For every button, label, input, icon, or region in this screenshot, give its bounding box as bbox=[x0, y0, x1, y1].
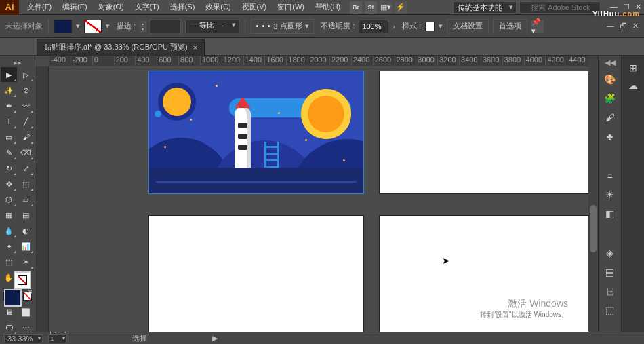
status-triangle-icon[interactable]: ▶ bbox=[212, 334, 218, 343]
vertical-scrollbar[interactable] bbox=[588, 56, 598, 332]
draw-normal-icon[interactable]: 🖥 bbox=[1, 305, 17, 320]
slice-tool[interactable]: ✂ bbox=[18, 254, 34, 269]
no-selection-label: 未选择对象 bbox=[5, 21, 43, 31]
shaper-tool[interactable]: ✎ bbox=[1, 145, 17, 160]
lasso-tool[interactable]: ⊘ bbox=[18, 83, 34, 98]
magic-wand-tool[interactable]: ✨ bbox=[1, 83, 17, 98]
mesh-tool[interactable]: ▦ bbox=[1, 208, 17, 223]
scrollbar-thumb[interactable] bbox=[590, 205, 597, 252]
artwork-space-scene bbox=[149, 71, 363, 193]
perspective-tool[interactable]: ▱ bbox=[18, 192, 34, 207]
rectangle-tool[interactable]: ▭ bbox=[1, 130, 17, 145]
preferences-button[interactable]: 首选项 bbox=[493, 19, 527, 33]
layers-panel-icon[interactable]: ▤ bbox=[605, 267, 614, 278]
transparency-panel-icon[interactable]: ◧ bbox=[605, 208, 614, 219]
artboard-1[interactable] bbox=[149, 71, 363, 193]
paintbrush-tool[interactable]: 🖌 bbox=[18, 130, 34, 145]
pen-tool[interactable]: ✒ bbox=[1, 98, 17, 113]
window-controls: — ☐ ✕ bbox=[603, 3, 641, 12]
brushes-panel-icon[interactable]: 🖌 bbox=[605, 112, 615, 123]
stroke-weight-spinner[interactable]: ▴▾ bbox=[140, 21, 146, 32]
appearance-panel-icon[interactable]: ◈ bbox=[606, 248, 613, 259]
column-graph-tool[interactable]: 📊 bbox=[18, 239, 34, 254]
menu-object[interactable]: 对象(O) bbox=[94, 0, 128, 14]
gpu-icon[interactable]: ⚡ bbox=[395, 1, 407, 14]
opacity-label: 不透明度 : bbox=[321, 21, 355, 31]
document-tab-close[interactable]: × bbox=[193, 43, 197, 52]
symbol-sprayer-tool[interactable]: ✦ bbox=[1, 239, 17, 254]
line-tool[interactable]: ╱ bbox=[18, 114, 34, 129]
dock-expand-icon[interactable]: ◀◀ bbox=[599, 56, 621, 67]
menu-file[interactable]: 文件(F) bbox=[23, 0, 56, 14]
opacity-input[interactable] bbox=[359, 20, 388, 33]
stroke-panel-icon[interactable]: ≡ bbox=[607, 170, 612, 181]
artboard-3[interactable] bbox=[149, 216, 363, 332]
rotate-tool[interactable]: ↻ bbox=[1, 161, 17, 176]
brush-definition[interactable]: 3 点圆形 ▾ bbox=[251, 19, 314, 34]
menu-window[interactable]: 窗口(W) bbox=[273, 0, 308, 14]
artboard-tool[interactable]: ⬚ bbox=[1, 254, 17, 269]
titlebar-restore-icon[interactable]: 🗗 bbox=[620, 22, 627, 31]
variable-width-profile[interactable]: — 等比 — bbox=[185, 20, 239, 33]
titlebar-min-icon[interactable]: — bbox=[607, 22, 614, 31]
stroke-color-swatch[interactable] bbox=[84, 20, 102, 33]
close-button[interactable]: ✕ bbox=[635, 3, 641, 12]
document-setup-button[interactable]: 文档设置 bbox=[447, 19, 489, 33]
gradient-panel-icon[interactable]: ☀ bbox=[605, 189, 614, 200]
menu-help[interactable]: 帮助(H) bbox=[311, 0, 344, 14]
titlebar-close-icon[interactable]: ✕ bbox=[632, 22, 639, 31]
direct-selection-tool[interactable]: ▷ bbox=[18, 67, 34, 82]
workspace-switcher[interactable]: 传统基本功能 bbox=[453, 1, 517, 14]
stroke-weight-input[interactable] bbox=[150, 20, 181, 33]
menu-select[interactable]: 选择(S) bbox=[166, 0, 199, 14]
titlebar: Ai 文件(F) 编辑(E) 对象(O) 文字(T) 选择(S) 效果(C) 视… bbox=[0, 0, 644, 15]
fill-color-swatch[interactable] bbox=[54, 20, 72, 33]
artboard-index-dropdown[interactable]: 1 bbox=[48, 334, 66, 343]
menu-type[interactable]: 文字(T) bbox=[131, 0, 163, 14]
canvas-area[interactable]: -400-20002004006008001000120014001600180… bbox=[35, 56, 588, 332]
search-wrap bbox=[519, 1, 601, 14]
libraries-panel-icon[interactable]: ☁ bbox=[628, 80, 638, 91]
arrange-icon[interactable]: ▦▾ bbox=[380, 1, 392, 14]
menubar: 文件(F) 编辑(E) 对象(O) 文字(T) 选择(S) 效果(C) 视图(V… bbox=[19, 0, 344, 14]
ruler-horizontal[interactable]: -400-20002004006008001000120014001600180… bbox=[49, 56, 588, 66]
options-bar: 未选择对象 ▾ ▾ 描边 : ▴▾ — 等比 — 3 点圆形 ▾ 不透明度 : … bbox=[0, 15, 644, 38]
blend-tool[interactable]: ◐ bbox=[18, 223, 34, 238]
eyedropper-tool[interactable]: 💧 bbox=[1, 223, 17, 238]
curvature-tool[interactable]: 〰 bbox=[18, 98, 34, 113]
search-input[interactable] bbox=[519, 1, 601, 14]
minimize-button[interactable]: — bbox=[610, 3, 618, 12]
eraser-tool[interactable]: ⌫ bbox=[18, 145, 34, 160]
tools-handle[interactable]: ▸▸ bbox=[0, 58, 35, 67]
free-transform-tool[interactable]: ⬚ bbox=[18, 176, 34, 191]
menu-view[interactable]: 视图(V) bbox=[238, 0, 271, 14]
stroke-swatch[interactable] bbox=[14, 271, 31, 289]
document-tab[interactable]: 贴贴眼排序.ai* @ 33.33% (RGB/GPU 预览) × bbox=[37, 39, 205, 55]
scale-tool[interactable]: ⤢ bbox=[18, 161, 34, 176]
selection-tool[interactable]: ▶ bbox=[1, 67, 17, 82]
swatches-panel-icon[interactable]: 🧩 bbox=[604, 93, 616, 104]
menu-effect[interactable]: 效果(C) bbox=[201, 0, 235, 14]
app-logo: Ai bbox=[0, 0, 19, 15]
symbols-panel-icon[interactable]: ♣ bbox=[607, 131, 613, 142]
maximize-button[interactable]: ☐ bbox=[623, 3, 630, 12]
zoom-level-dropdown[interactable]: 33.33% bbox=[4, 334, 43, 343]
artboard-2[interactable] bbox=[380, 71, 588, 193]
right-dock-collapsed[interactable]: ◀◀ 🎨 🧩 🖌 ♣ ≡ ☀ ◧ ◈ ▤ ⍈ ⬚ bbox=[598, 56, 621, 332]
draw-behind-icon[interactable]: ⬜ bbox=[18, 305, 34, 320]
width-tool[interactable]: ✥ bbox=[1, 176, 17, 191]
shape-builder-tool[interactable]: ⬡ bbox=[1, 192, 17, 207]
type-tool[interactable]: T bbox=[1, 114, 17, 129]
graphic-style-swatch[interactable] bbox=[425, 22, 435, 31]
stock-icon[interactable]: St bbox=[365, 1, 377, 14]
right-dock-cclibs[interactable]: ⊞ ☁ bbox=[621, 56, 644, 332]
artboards-panel-icon[interactable]: ⬚ bbox=[605, 305, 614, 316]
properties-panel-icon[interactable]: ⊞ bbox=[629, 62, 637, 73]
gradient-tool[interactable]: ▤ bbox=[18, 208, 34, 223]
bridge-icon[interactable]: Br bbox=[350, 1, 362, 14]
pin-options-icon[interactable]: 📌▾ bbox=[531, 20, 544, 33]
ruler-vertical[interactable] bbox=[35, 66, 49, 332]
menu-edit[interactable]: 编辑(E) bbox=[58, 0, 92, 14]
color-panel-icon[interactable]: 🎨 bbox=[604, 74, 616, 85]
asset-export-icon[interactable]: ⍈ bbox=[607, 286, 613, 297]
